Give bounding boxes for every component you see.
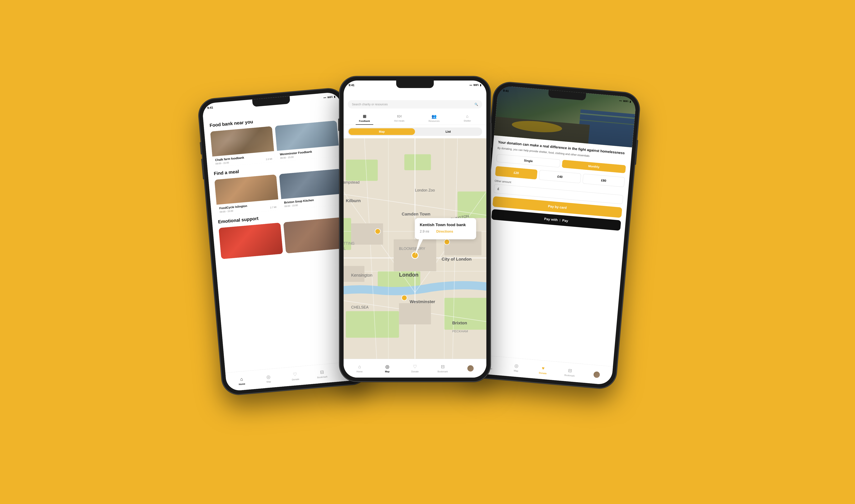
tab-shelter-label: Shelter — [464, 120, 471, 122]
amount-20-btn[interactable]: £20 — [495, 166, 538, 179]
donate-nav-donate[interactable]: ♥ Donate — [529, 364, 557, 376]
donate-nav-map-label: Map — [514, 369, 518, 372]
map-wifi-icon: WiFi — [473, 84, 478, 87]
svg-rect-2 — [404, 154, 431, 170]
support-card-2-img — [283, 217, 348, 253]
tab-resources[interactable]: 👥 Resources — [425, 112, 443, 125]
meal-card-2-hours: 09:00 - 15:00 — [284, 204, 298, 208]
map-status-time: 9:41 — [349, 84, 354, 87]
map-battery-icon: ▮ — [480, 84, 481, 87]
amount-40-btn[interactable]: £40 — [539, 170, 581, 183]
nav-home[interactable]: ⌂ Home — [228, 375, 256, 386]
svg-text:Directions: Directions — [436, 230, 453, 233]
map-nav-map[interactable]: ◎ Map — [373, 364, 401, 373]
map-search-bar[interactable]: Search charity or resources 🔍 — [348, 100, 482, 108]
pay-with-text: Pay with — [544, 217, 558, 222]
foodbank-card-2[interactable]: Westminster Foodbank 09:00 - 15:00 — [275, 121, 340, 162]
donate-nav-bookmark[interactable]: ⊟ Bookmark — [556, 367, 583, 378]
svg-text:CHELSEA: CHELSEA — [351, 305, 368, 309]
tab-hot-meals[interactable]: 🍽 Hot meals — [391, 112, 408, 125]
donate-battery-icon: ▮ — [630, 100, 631, 103]
meal-card-1[interactable]: FoodCycle Islington 09:00 - 15:00 2.7 MI — [214, 175, 279, 216]
map-nav-home[interactable]: ⌂ Home — [346, 364, 373, 373]
map-nav-donate[interactable]: ♡ Donate — [401, 364, 429, 373]
tab-foodbank-label: Foodbank — [359, 120, 370, 122]
map-nav-map-label: Map — [385, 370, 389, 373]
svg-text:Kensington: Kensington — [351, 273, 372, 277]
nav-donate-label: Donate — [292, 378, 299, 381]
phone-right-power-btn — [634, 140, 638, 165]
phone-donate-screen: 9:41 ▪▪▪ WiFi ▮ — [473, 86, 636, 385]
map-list-toggle: Map List — [348, 127, 482, 136]
map-screen-inner: 9:41 ▪▪▪ WiFi ▮ Search charity or resour… — [344, 80, 486, 378]
meal-card-2[interactable]: Brixton Soup Kitchen 09:00 - 15:00 — [279, 169, 344, 210]
map-nav-avatar[interactable] — [456, 365, 484, 372]
search-icon: 🔍 — [474, 103, 478, 106]
donate-nav-donate-label: Donate — [539, 371, 547, 375]
map-status-icons: ▪▪▪ WiFi ▮ — [469, 84, 481, 87]
battery-icon: ▮ — [334, 95, 335, 98]
hot-meals-tab-icon: 🍽 — [397, 114, 401, 119]
currency-symbol: £ — [498, 187, 500, 191]
map-nav-bookmark-icon: ⊟ — [441, 364, 444, 370]
svg-text:Camden Town: Camden Town — [402, 212, 431, 216]
nav-map[interactable]: ◎ Map — [255, 373, 282, 384]
apple-logo-icon:  — [559, 218, 561, 222]
donate-wifi-icon: WiFi — [623, 100, 629, 103]
donate-nav-bookmark-icon: ⊟ — [568, 368, 572, 373]
nav-bookmark-label: Bookmark — [317, 375, 328, 379]
support-card-1[interactable] — [219, 222, 283, 259]
amount-80-btn[interactable]: £80 — [582, 174, 625, 187]
freq-single-btn[interactable]: Single — [496, 154, 560, 167]
tab-foodbank[interactable]: ⊞ Foodbank — [356, 112, 373, 125]
phone-donate: 9:41 ▪▪▪ WiFi ▮ — [469, 82, 641, 389]
map-toggle-map[interactable]: Map — [349, 128, 415, 135]
donate-nav-map[interactable]: ◎ Map — [503, 362, 530, 373]
phone-center-power-btn — [490, 123, 492, 148]
svg-rect-4 — [457, 192, 486, 218]
phone-center-notch — [396, 80, 434, 88]
freq-monthly-btn[interactable]: Monthly — [562, 160, 626, 173]
map-nav-map-icon: ◎ — [385, 364, 389, 370]
svg-text:HILL: HILL — [344, 247, 346, 251]
svg-point-45 — [402, 295, 407, 301]
resources-tab-icon: 👥 — [432, 114, 437, 119]
foodbank-card-1[interactable]: Chalk farm foodbank 09:00 - 15:00 2.0 MI — [210, 126, 275, 167]
svg-text:Brixton: Brixton — [452, 321, 467, 325]
donate-nav-donate-icon: ♥ — [542, 365, 545, 371]
phone-center-volume-btn — [338, 119, 340, 131]
map-area[interactable]: Kilburn Camden Town Hampstead London Zoo… — [344, 138, 486, 378]
nav-map-label: Map — [266, 380, 271, 383]
nav-home-label: Home — [239, 382, 245, 385]
map-nav-home-label: Home — [356, 370, 363, 373]
map-toggle-list[interactable]: List — [415, 128, 481, 135]
signal-icon: ▪▪▪ — [323, 96, 326, 99]
meal-cards-row: FoodCycle Islington 09:00 - 15:00 2.7 MI… — [214, 169, 344, 216]
svg-text:2.9 mi: 2.9 mi — [420, 230, 429, 233]
donate-status-time: 9:41 — [503, 89, 509, 93]
donate-nav-bookmark-label: Bookmark — [564, 374, 575, 377]
phone-volume-down-btn — [201, 159, 205, 179]
map-user-avatar — [467, 365, 474, 372]
svg-rect-46 — [415, 218, 476, 239]
foodbank-card-1-distance: 2.0 MI — [266, 158, 273, 161]
tab-shelter[interactable]: ⌂ Shelter — [460, 112, 474, 125]
nav-donate[interactable]: ♡ Donate — [281, 371, 309, 382]
support-card-2[interactable] — [283, 217, 348, 253]
map-nav-bookmark[interactable]: ⊟ Bookmark — [429, 364, 456, 373]
phone-map: 9:41 ▪▪▪ WiFi ▮ Search charity or resour… — [340, 77, 490, 381]
tab-resources-label: Resources — [429, 120, 440, 122]
svg-text:London: London — [399, 272, 419, 278]
donate-nav-avatar[interactable] — [583, 370, 610, 379]
svg-text:PECKHAM: PECKHAM — [452, 329, 468, 333]
map-nav-donate-label: Donate — [411, 370, 419, 373]
phones-container: 9:41 ▪▪▪ WiFi ▮ Food bank near you Chalk… — [198, 22, 657, 482]
shelter-tab-icon: ⌂ — [466, 114, 469, 119]
svg-text:City of London: City of London — [441, 257, 472, 262]
status-icons: ▪▪▪ WiFi ▮ — [323, 95, 335, 99]
svg-rect-23 — [399, 303, 431, 324]
map-nav-home-icon: ⌂ — [358, 364, 361, 370]
support-card-1-img — [219, 222, 283, 259]
nav-bookmark[interactable]: ⊟ Bookmark — [308, 368, 336, 379]
map-svg: Kilburn Camden Town Hampstead London Zoo… — [344, 138, 486, 378]
